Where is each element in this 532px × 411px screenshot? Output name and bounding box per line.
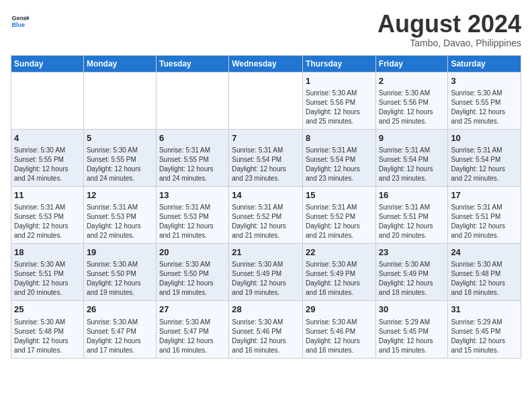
calendar-cell: 24Sunrise: 5:30 AM Sunset: 5:48 PM Dayli… — [448, 244, 521, 301]
calendar-cell: 8Sunrise: 5:31 AM Sunset: 5:54 PM Daylig… — [303, 129, 376, 186]
day-number: 2 — [379, 75, 445, 87]
month-year-title: August 2024 — [378, 11, 521, 38]
day-number: 17 — [451, 189, 518, 201]
day-number: 12 — [87, 189, 153, 201]
week-row-2: 4Sunrise: 5:30 AM Sunset: 5:55 PM Daylig… — [11, 129, 521, 186]
day-number: 4 — [14, 132, 81, 144]
day-detail: Sunrise: 5:30 AM Sunset: 5:48 PM Dayligh… — [14, 318, 81, 355]
day-number: 20 — [159, 246, 226, 259]
day-number: 19 — [87, 246, 153, 259]
day-detail: Sunrise: 5:30 AM Sunset: 5:47 PM Dayligh… — [159, 318, 226, 355]
week-row-3: 11Sunrise: 5:31 AM Sunset: 5:53 PM Dayli… — [11, 186, 521, 243]
day-detail: Sunrise: 5:31 AM Sunset: 5:53 PM Dayligh… — [14, 203, 81, 240]
day-detail: Sunrise: 5:31 AM Sunset: 5:54 PM Dayligh… — [451, 146, 518, 183]
weekday-header-saturday: Saturday — [448, 55, 521, 72]
day-detail: Sunrise: 5:31 AM Sunset: 5:51 PM Dayligh… — [379, 203, 445, 240]
calendar-cell: 17Sunrise: 5:31 AM Sunset: 5:51 PM Dayli… — [448, 186, 521, 243]
day-detail: Sunrise: 5:30 AM Sunset: 5:46 PM Dayligh… — [306, 318, 373, 355]
day-detail: Sunrise: 5:30 AM Sunset: 5:46 PM Dayligh… — [232, 318, 300, 355]
calendar-cell: 20Sunrise: 5:30 AM Sunset: 5:50 PM Dayli… — [156, 244, 228, 301]
week-row-1: 1Sunrise: 5:30 AM Sunset: 5:56 PM Daylig… — [11, 72, 521, 129]
day-detail: Sunrise: 5:30 AM Sunset: 5:55 PM Dayligh… — [87, 146, 153, 183]
calendar-cell: 11Sunrise: 5:31 AM Sunset: 5:53 PM Dayli… — [11, 186, 84, 243]
calendar-cell: 30Sunrise: 5:29 AM Sunset: 5:45 PM Dayli… — [375, 301, 448, 358]
day-number: 14 — [232, 189, 300, 201]
day-detail: Sunrise: 5:31 AM Sunset: 5:53 PM Dayligh… — [87, 203, 153, 240]
day-detail: Sunrise: 5:31 AM Sunset: 5:54 PM Dayligh… — [379, 146, 445, 183]
day-detail: Sunrise: 5:29 AM Sunset: 5:45 PM Dayligh… — [451, 318, 518, 355]
day-number: 10 — [451, 132, 518, 144]
calendar-cell: 5Sunrise: 5:30 AM Sunset: 5:55 PM Daylig… — [83, 129, 156, 186]
weekday-header-tuesday: Tuesday — [156, 55, 228, 72]
weekday-header-sunday: Sunday — [11, 55, 84, 72]
week-row-5: 25Sunrise: 5:30 AM Sunset: 5:48 PM Dayli… — [11, 301, 521, 358]
page-header: General Blue August 2024 Tambo, Davao, P… — [11, 11, 521, 48]
calendar-cell: 4Sunrise: 5:30 AM Sunset: 5:55 PM Daylig… — [11, 129, 84, 186]
weekday-header-friday: Friday — [375, 55, 448, 72]
day-number: 26 — [87, 304, 153, 316]
calendar-cell — [83, 72, 156, 129]
weekday-header-monday: Monday — [83, 55, 156, 72]
calendar-cell: 1Sunrise: 5:30 AM Sunset: 5:56 PM Daylig… — [303, 72, 376, 129]
title-block: August 2024 Tambo, Davao, Philippines — [378, 11, 521, 48]
day-number: 23 — [379, 246, 445, 259]
day-detail: Sunrise: 5:30 AM Sunset: 5:50 PM Dayligh… — [87, 260, 153, 298]
weekday-header-wednesday: Wednesday — [229, 55, 303, 72]
logo: General Blue — [11, 11, 30, 30]
calendar-cell: 7Sunrise: 5:31 AM Sunset: 5:54 PM Daylig… — [229, 129, 303, 186]
day-detail: Sunrise: 5:30 AM Sunset: 5:51 PM Dayligh… — [14, 260, 81, 298]
day-detail: Sunrise: 5:30 AM Sunset: 5:47 PM Dayligh… — [87, 318, 153, 355]
calendar-cell: 22Sunrise: 5:30 AM Sunset: 5:49 PM Dayli… — [303, 244, 376, 301]
logo-icon: General Blue — [11, 11, 30, 30]
day-detail: Sunrise: 5:31 AM Sunset: 5:52 PM Dayligh… — [306, 203, 373, 240]
day-number: 6 — [159, 132, 226, 144]
day-detail: Sunrise: 5:31 AM Sunset: 5:55 PM Dayligh… — [159, 146, 226, 183]
calendar-cell — [229, 72, 303, 129]
location-subtitle: Tambo, Davao, Philippines — [378, 38, 521, 48]
day-detail: Sunrise: 5:31 AM Sunset: 5:51 PM Dayligh… — [451, 203, 518, 240]
calendar-cell: 3Sunrise: 5:30 AM Sunset: 5:55 PM Daylig… — [448, 72, 521, 129]
week-row-4: 18Sunrise: 5:30 AM Sunset: 5:51 PM Dayli… — [11, 244, 521, 301]
weekday-header-thursday: Thursday — [303, 55, 376, 72]
day-detail: Sunrise: 5:30 AM Sunset: 5:48 PM Dayligh… — [451, 260, 518, 298]
calendar-cell: 19Sunrise: 5:30 AM Sunset: 5:50 PM Dayli… — [83, 244, 156, 301]
day-number: 5 — [87, 132, 153, 144]
calendar-cell: 16Sunrise: 5:31 AM Sunset: 5:51 PM Dayli… — [375, 186, 448, 243]
day-number: 22 — [306, 246, 373, 259]
calendar-cell — [11, 72, 84, 129]
day-number: 3 — [451, 75, 518, 87]
day-number: 21 — [232, 246, 300, 259]
calendar-cell: 29Sunrise: 5:30 AM Sunset: 5:46 PM Dayli… — [303, 301, 376, 358]
day-number: 8 — [306, 132, 373, 144]
day-detail: Sunrise: 5:30 AM Sunset: 5:49 PM Dayligh… — [379, 260, 445, 298]
day-detail: Sunrise: 5:31 AM Sunset: 5:52 PM Dayligh… — [232, 203, 300, 240]
day-detail: Sunrise: 5:30 AM Sunset: 5:50 PM Dayligh… — [159, 260, 226, 298]
calendar-cell: 15Sunrise: 5:31 AM Sunset: 5:52 PM Dayli… — [303, 186, 376, 243]
day-detail: Sunrise: 5:31 AM Sunset: 5:54 PM Dayligh… — [306, 146, 373, 183]
day-number: 27 — [159, 304, 226, 316]
calendar-cell: 9Sunrise: 5:31 AM Sunset: 5:54 PM Daylig… — [375, 129, 448, 186]
calendar-cell: 23Sunrise: 5:30 AM Sunset: 5:49 PM Dayli… — [375, 244, 448, 301]
day-number: 13 — [159, 189, 226, 201]
day-detail: Sunrise: 5:30 AM Sunset: 5:55 PM Dayligh… — [451, 89, 518, 126]
day-detail: Sunrise: 5:30 AM Sunset: 5:55 PM Dayligh… — [14, 146, 81, 183]
day-detail: Sunrise: 5:30 AM Sunset: 5:49 PM Dayligh… — [306, 260, 373, 298]
calendar-cell: 14Sunrise: 5:31 AM Sunset: 5:52 PM Dayli… — [229, 186, 303, 243]
day-detail: Sunrise: 5:31 AM Sunset: 5:54 PM Dayligh… — [232, 146, 300, 183]
calendar-cell: 21Sunrise: 5:30 AM Sunset: 5:49 PM Dayli… — [229, 244, 303, 301]
calendar-cell — [156, 72, 228, 129]
day-number: 18 — [14, 246, 81, 259]
day-number: 25 — [14, 304, 81, 316]
day-detail: Sunrise: 5:31 AM Sunset: 5:53 PM Dayligh… — [159, 203, 226, 240]
calendar-cell: 2Sunrise: 5:30 AM Sunset: 5:56 PM Daylig… — [375, 72, 448, 129]
calendar-cell: 31Sunrise: 5:29 AM Sunset: 5:45 PM Dayli… — [448, 301, 521, 358]
day-number: 16 — [379, 189, 445, 201]
day-number: 1 — [306, 75, 373, 87]
svg-text:Blue: Blue — [11, 21, 25, 28]
day-number: 30 — [379, 304, 445, 316]
calendar-cell: 27Sunrise: 5:30 AM Sunset: 5:47 PM Dayli… — [156, 301, 228, 358]
day-number: 28 — [232, 304, 300, 316]
day-number: 15 — [306, 189, 373, 201]
calendar-cell: 6Sunrise: 5:31 AM Sunset: 5:55 PM Daylig… — [156, 129, 228, 186]
day-detail: Sunrise: 5:30 AM Sunset: 5:56 PM Dayligh… — [306, 89, 373, 126]
